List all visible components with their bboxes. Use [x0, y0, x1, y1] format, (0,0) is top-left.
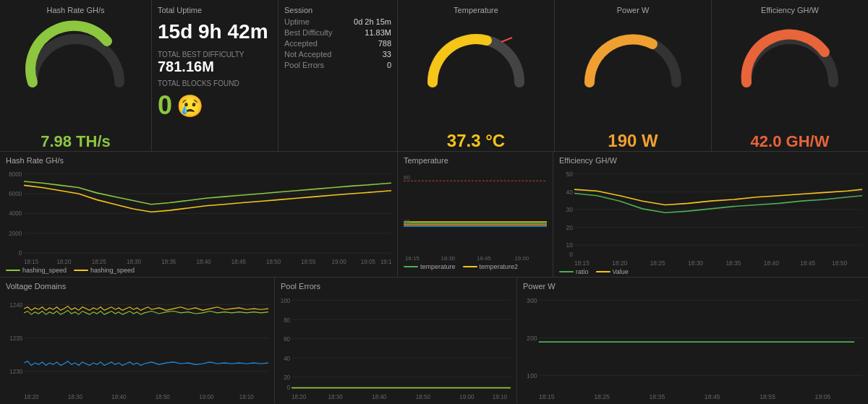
blocks-emoji: 😢	[176, 93, 203, 119]
chart-rows: Hash Rate GH/s 8000 6000 4000 2000 0	[0, 152, 868, 404]
temperature-chart-area: 60 40 18:15 18:30 18:45 19:00	[404, 166, 547, 262]
svg-text:100: 100	[527, 372, 537, 379]
chart-row-1: Hash Rate GH/s 8000 6000 4000 2000 0	[0, 152, 868, 278]
legend-dot-value	[596, 271, 610, 272]
legend-label-temp1: temperature	[420, 263, 456, 270]
efficiency-svg: 50 40 30 20 10 0 18:15 18:20 18:25 18:30…	[559, 166, 862, 267]
svg-text:18:55: 18:55	[301, 259, 316, 265]
session-val-pool-errors: 0	[387, 61, 391, 69]
power-title: Power W	[617, 6, 650, 14]
session-row-not-accepted: Not Accepted 33	[284, 50, 391, 59]
svg-text:18:30: 18:30	[68, 392, 82, 400]
power-chart-area: 300 200 100 18:15 18:25 18:35 18:45 18:5…	[523, 292, 862, 400]
efficiency-chart-title: Efficiency GH/W	[559, 156, 862, 165]
svg-text:300: 300	[527, 297, 537, 304]
temperature-legend: temperature temperature2 temperature3 te…	[404, 263, 547, 277]
svg-text:18:25: 18:25	[594, 392, 610, 400]
svg-text:80: 80	[284, 316, 290, 324]
legend-label-ratio: ratio	[576, 268, 589, 275]
legend-dot-ratio	[559, 271, 574, 272]
svg-text:1230: 1230	[9, 368, 22, 376]
svg-text:18:15: 18:15	[405, 255, 420, 262]
svg-text:19:05: 19:05	[815, 392, 831, 400]
svg-text:0: 0	[569, 251, 573, 258]
svg-text:10: 10	[566, 241, 574, 249]
svg-text:0: 0	[287, 383, 291, 391]
svg-text:18:15: 18:15	[539, 392, 555, 400]
svg-text:19:10: 19:10	[493, 392, 507, 400]
svg-text:19:00: 19:00	[514, 255, 529, 262]
session-val-not-accepted: 33	[383, 50, 391, 59]
svg-text:20: 20	[284, 374, 290, 382]
svg-text:18:35: 18:35	[161, 259, 176, 265]
power-chart-panel: Power W 300 200 100 18:15 18:25 18:35 18…	[517, 278, 868, 403]
svg-text:18:25: 18:25	[92, 259, 107, 265]
svg-text:18:30: 18:30	[688, 259, 703, 267]
legend-hashing-speed-2: hashing_speed	[74, 267, 135, 274]
legend-ratio: ratio	[559, 268, 589, 275]
legend-temp2: temperature2	[463, 263, 519, 270]
uptime-title: Total Uptime	[158, 6, 272, 14]
svg-text:19:00: 19:00	[332, 259, 347, 265]
svg-text:6000: 6000	[9, 191, 22, 197]
efficiency-title: Efficiency GH/W	[761, 6, 819, 14]
svg-text:30: 30	[566, 206, 574, 213]
svg-text:8000: 8000	[9, 171, 22, 178]
uptime-value: 15d 9h 42m	[158, 20, 272, 43]
hash-rate-svg: 8000 6000 4000 2000 0 18:15 18:20 18:25 …	[6, 166, 391, 265]
legend-hashing-speed-1: hashing_speed	[6, 267, 67, 274]
legend-dot-green	[6, 270, 20, 271]
temperature-value: 37.3 °C	[398, 131, 554, 151]
svg-text:19:05: 19:05	[361, 259, 376, 265]
svg-text:18:45: 18:45	[231, 259, 247, 265]
svg-text:18:45: 18:45	[477, 255, 491, 262]
voltage-chart-title: Voltage Domains	[6, 282, 268, 291]
session-val-uptime: 0d 2h 15m	[354, 17, 391, 26]
svg-text:18:30: 18:30	[328, 392, 343, 400]
efficiency-chart-panel: Efficiency GH/W 50 40 30 20 10 0	[553, 152, 868, 277]
hash-rate-value: 7.98 TH/s	[0, 132, 151, 151]
blocks-value: 0	[158, 90, 172, 121]
svg-text:50: 50	[566, 171, 574, 178]
blocks-label: Total Blocks Found	[158, 79, 272, 87]
svg-text:4000: 4000	[9, 210, 22, 217]
efficiency-legend: ratio Value	[559, 268, 862, 275]
svg-text:100: 100	[281, 296, 290, 304]
session-title: Session	[284, 6, 391, 14]
session-val-accepted: 788	[378, 39, 391, 48]
session-row-accepted: Accepted 788	[284, 39, 391, 48]
uptime-panel: Total Uptime 15d 9h 42m Total Best Diffi…	[152, 0, 278, 151]
temperature-svg: 60 40 18:15 18:30 18:45 19:00	[404, 166, 547, 262]
session-row-difficulty: Best Difficulty 11.83M	[284, 28, 391, 37]
svg-text:40: 40	[566, 188, 574, 195]
legend-label-value: Value	[613, 268, 629, 275]
temperature-gauge	[418, 17, 534, 90]
svg-text:18:40: 18:40	[764, 259, 779, 267]
blocks-container: 0 😢	[158, 90, 272, 121]
hash-rate-chart-area: 8000 6000 4000 2000 0 18:15 18:20 18:25 …	[6, 166, 391, 265]
legend-dot-yellow	[74, 270, 88, 271]
svg-text:18:50: 18:50	[416, 392, 430, 400]
svg-text:18:20: 18:20	[292, 392, 306, 400]
voltage-svg: 1240 1235 1230 18:20 18:30 18:40 18:50 1…	[6, 292, 268, 400]
efficiency-chart-area: 50 40 30 20 10 0 18:15 18:20 18:25 18:30…	[559, 166, 862, 267]
temperature-title: Temperature	[454, 6, 498, 14]
svg-text:60: 60	[404, 174, 410, 181]
legend-label-1: hashing_speed	[22, 267, 67, 274]
svg-text:18:15: 18:15	[24, 259, 39, 265]
power-gauge	[575, 17, 691, 90]
pool-errors-svg: 100 80 60 40 20 0 18:20 18:30 18:40 18:5…	[281, 292, 511, 400]
svg-text:18:50: 18:50	[832, 259, 847, 267]
hash-rate-panel: Hash Rate GH/s 7.98 TH/s	[0, 0, 152, 151]
svg-text:18:55: 18:55	[760, 392, 775, 400]
session-label-not-accepted: Not Accepted	[284, 50, 331, 59]
svg-text:18:20: 18:20	[612, 259, 627, 267]
hash-rate-title: Hash Rate GH/s	[46, 6, 104, 14]
legend-dot-temp1	[404, 266, 418, 267]
difficulty-value: 781.16M	[158, 59, 272, 75]
svg-text:18:50: 18:50	[266, 259, 281, 265]
session-label-pool-errors: Pool Errors	[284, 61, 324, 69]
session-rows: Uptime 0d 2h 15m Best Difficulty 11.83M …	[284, 17, 391, 69]
temperature-panel: Temperature 37.3 °C	[398, 0, 555, 151]
svg-text:19:00: 19:00	[199, 392, 213, 400]
